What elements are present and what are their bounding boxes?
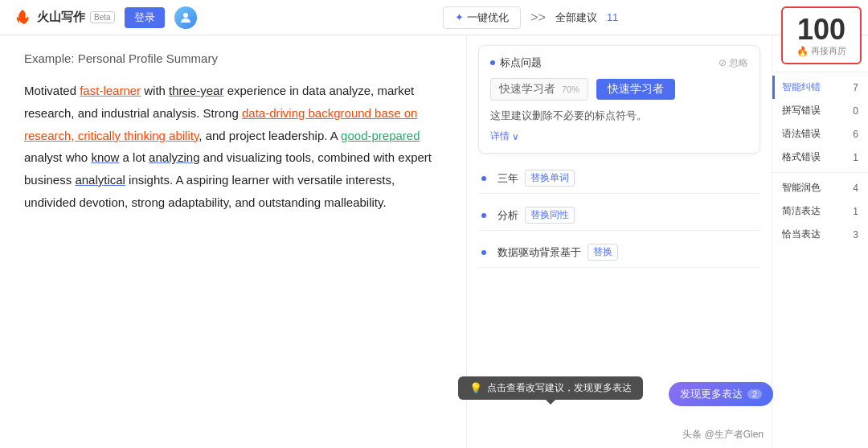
- simple-card-0: 三年 替换单词: [478, 163, 760, 194]
- card-detail-button[interactable]: 详情 ∨: [490, 129, 748, 143]
- right-sidebar: 全部建议 11 智能纠错 7 拼写错误 0 语法错误 6 格式错误 1 智能润色…: [772, 35, 868, 448]
- word-suggestion-button[interactable]: 快速学习者: [596, 79, 675, 100]
- sidebar-row-concise[interactable]: 简洁表达 1: [772, 199, 868, 223]
- simple-card-1: 分析 替换同性: [478, 200, 760, 231]
- sidebar-count-concise: 1: [853, 206, 858, 217]
- card-header: 标点问题 ⊘ 忽略: [490, 55, 748, 70]
- sidebar-label-polish: 智能润色: [782, 181, 821, 195]
- sidebar-row-grammar[interactable]: 语法错误 6: [772, 122, 868, 146]
- highlight-analytical[interactable]: analytical: [75, 173, 125, 187]
- dot-0: [481, 176, 486, 181]
- word-score: 70%: [562, 84, 579, 94]
- text-motivated: Motivated: [24, 84, 80, 97]
- highlight-good-prepared[interactable]: good-prepared: [341, 129, 420, 142]
- sidebar-label-smart-correct: 智能纠错: [782, 80, 821, 94]
- sidebar-row-appropriate[interactable]: 恰当表达 3: [772, 223, 868, 246]
- sidebar-label-appropriate: 恰当表达: [782, 228, 821, 241]
- optimize-label: 一键优化: [467, 10, 509, 25]
- highlight-three-year[interactable]: three-year: [169, 84, 223, 97]
- logo-area: 火山写作 Beta: [13, 8, 115, 27]
- fire-icon: 🔥: [796, 46, 809, 57]
- tooltip-banner: 💡 点击查看改写建议，发现更多表达: [458, 376, 643, 400]
- sidebar-label-grammar: 语法错误: [782, 127, 821, 141]
- sidebar-divider-2: [772, 172, 868, 173]
- discover-button[interactable]: 发现更多表达 2: [669, 382, 773, 406]
- sidebar-count-spell: 0: [853, 105, 858, 117]
- card-desc: 这里建议删除不必要的标点符号。: [490, 109, 748, 123]
- dot-2: [481, 250, 486, 255]
- sidebar-row-format[interactable]: 格式错误 1: [772, 146, 868, 169]
- sc-action-0[interactable]: 替换单词: [525, 170, 575, 187]
- word-row: 快速学习者 70% 快速学习者: [490, 78, 748, 101]
- tooltip-text: 点击查看改写建议，发现更多表达: [487, 381, 632, 395]
- topbar-center: ✦ 一键优化 >> 全部建议 11: [207, 6, 855, 29]
- card-ignore-button[interactable]: ⊘ 忽略: [719, 56, 748, 70]
- sc-text-2: 数据驱动背景基于: [497, 245, 581, 260]
- star-icon: ✦: [455, 11, 464, 23]
- score-sublabel: 🔥 再接再厉: [796, 45, 846, 57]
- app-name: 火山写作: [37, 10, 85, 25]
- sidebar-divider-1: [772, 72, 868, 72]
- svg-point-0: [183, 13, 188, 18]
- sc-action-1[interactable]: 替换同性: [525, 207, 575, 224]
- text-alot: a lot: [119, 150, 149, 164]
- more-button[interactable]: >>: [527, 10, 549, 25]
- sc-text-0: 三年: [497, 171, 518, 186]
- card-title: 标点问题: [500, 55, 542, 70]
- highlight-know[interactable]: know: [91, 150, 119, 164]
- dot-1: [481, 213, 486, 218]
- beta-badge: Beta: [90, 11, 115, 23]
- suggestion-card-punctuation: 标点问题 ⊘ 忽略 快速学习者 70% 快速学习者 这里建议删除不必要的标点符号…: [478, 45, 760, 154]
- sidebar-row-spell[interactable]: 拼写错误 0: [772, 99, 868, 122]
- topbar: 火山写作 Beta 登录 ✦ 一键优化 >> 全部建议 11: [0, 0, 868, 35]
- simple-card-2: 数据驱动背景基于 替换: [478, 237, 760, 268]
- sidebar-count-grammar: 6: [853, 129, 858, 140]
- sidebar-row-smart-correct[interactable]: 智能纠错 7: [772, 76, 868, 99]
- doc-title: Example: Personal Profile Summary: [24, 51, 442, 65]
- sidebar-count-smart-correct: 7: [853, 82, 858, 93]
- sidebar-row-polish[interactable]: 智能润色 4: [772, 176, 868, 199]
- sc-action-2[interactable]: 替换: [588, 244, 618, 261]
- sidebar-label-concise: 简洁表达: [782, 204, 821, 218]
- login-button[interactable]: 登录: [125, 7, 165, 28]
- watermark: 头条 @生产者Glen: [682, 428, 764, 442]
- sc-text-1: 分析: [497, 208, 518, 223]
- discover-label: 发现更多表达: [680, 387, 743, 401]
- score-value: 100: [797, 14, 845, 46]
- score-box: 100 🔥 再接再厉: [781, 6, 862, 64]
- sidebar-label-spell: 拼写错误: [782, 104, 821, 117]
- sidebar-count-appropriate: 3: [853, 229, 858, 240]
- text-and-project: , and project leadership. A: [199, 129, 341, 142]
- suggestions-count: 11: [607, 11, 618, 23]
- highlight-analyzing[interactable]: analyzing: [149, 150, 199, 164]
- editor-area: Example: Personal Profile Summary Motiva…: [0, 35, 466, 448]
- word-original: 快速学习者 70%: [490, 78, 588, 101]
- sidebar-count-format: 1: [853, 152, 858, 163]
- optimize-button[interactable]: ✦ 一键优化: [443, 6, 521, 29]
- suggestions-label: 全部建议: [555, 10, 597, 25]
- bulb-icon: 💡: [469, 382, 482, 394]
- logo-icon: [13, 8, 32, 27]
- text-analyst: analyst who: [24, 150, 91, 164]
- doc-body: Motivated fast-learner with three-year e…: [24, 80, 442, 214]
- sidebar-label-format: 格式错误: [782, 150, 821, 164]
- highlight-fast-learner[interactable]: fast-learner: [80, 84, 141, 97]
- discover-count: 2: [747, 389, 762, 399]
- text-with: with: [141, 84, 169, 97]
- card-dot: [490, 60, 495, 65]
- avatar[interactable]: [174, 6, 197, 29]
- sidebar-count-polish: 4: [853, 183, 858, 194]
